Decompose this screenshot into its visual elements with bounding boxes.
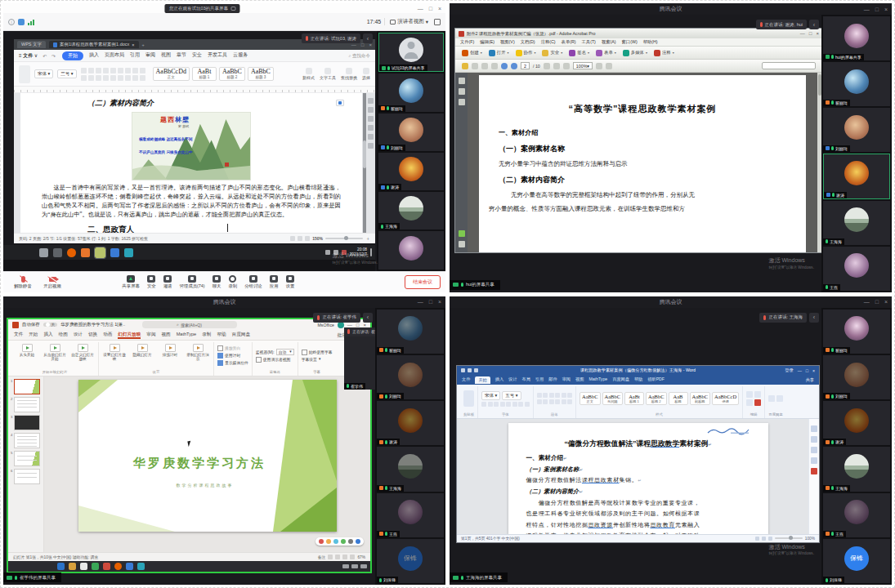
file-menu[interactable]: ≡ 文件 ∨ [19, 52, 38, 60]
shield-button[interactable]: 安全 [147, 275, 156, 289]
ribbon-tab[interactable]: 审阅 [562, 376, 571, 384]
ribbon-tab[interactable]: 切换 [88, 332, 97, 339]
participant-tile[interactable]: 刘丽琦 [377, 355, 444, 399]
current-slide[interactable]: 华罗庚数学学习方法 数学分析课程思政故事 [78, 380, 337, 532]
menu-item[interactable]: 视图(V) [500, 39, 515, 45]
ribbon-tab[interactable]: 引用 [535, 376, 544, 384]
tool-button[interactable]: 新样式 [302, 68, 315, 80]
zoom-in-icon[interactable] [563, 63, 570, 69]
view-icon[interactable] [755, 537, 759, 541]
style-chip[interactable]: AaBbC标题 2 [646, 392, 667, 405]
share-tool-icon[interactable] [341, 539, 346, 544]
foxit-icon[interactable] [811, 468, 817, 474]
style-chip[interactable]: AaBbCcD强调 [712, 392, 739, 405]
fullscreen-icon[interactable] [606, 63, 612, 69]
share-tool-icon[interactable] [319, 539, 324, 544]
taskbar-app-icon[interactable] [92, 563, 99, 570]
tray-icon[interactable] [325, 250, 330, 255]
mic-off-button[interactable]: 解除静音 [8, 275, 38, 289]
participant-tile[interactable]: 刘丽琦 [823, 108, 890, 152]
pdf-page[interactable]: “高等数学”课程思政教学素材案例 一、素材介绍 （一）案例素材名称 无穷小量学习… [479, 75, 806, 252]
ribbon-tab[interactable]: 开始 [29, 332, 38, 339]
info-icon[interactable]: i [8, 19, 15, 25]
paste-button[interactable] [463, 390, 474, 407]
open-icon[interactable] [462, 63, 468, 69]
tool-button[interactable]: 文字工具 [320, 68, 336, 80]
view-icon[interactable] [305, 236, 310, 241]
find-command[interactable]: ⌕ 查找命令 [348, 53, 370, 59]
ribbon-tab[interactable]: 设计 [508, 376, 517, 384]
view-icon[interactable] [290, 236, 295, 241]
mail-icon[interactable] [491, 63, 498, 69]
shield-icon[interactable] [18, 19, 25, 25]
set-button[interactable]: 排练计时 [158, 342, 182, 357]
maximize-button[interactable]: □ [806, 368, 808, 373]
undo-icon[interactable] [468, 368, 472, 372]
taskbar-app-icon[interactable] [80, 563, 87, 570]
editing-buttons[interactable] [746, 391, 761, 406]
notes-button[interactable]: 备注 [318, 555, 326, 559]
prev-page-icon[interactable] [501, 63, 508, 69]
slide-thumbnail[interactable]: 2 [11, 397, 42, 412]
comment-marker[interactable] [336, 100, 344, 106]
menu-item[interactable]: 文件(F) [460, 39, 474, 45]
chat-button[interactable]: 聊天 [213, 275, 222, 289]
maximize-button[interactable]: □ [429, 6, 432, 11]
participant-tile[interactable]: 翟丽琦 [378, 74, 444, 111]
style-chip[interactable]: AaBbCcDd正文 [153, 67, 190, 82]
checkbox-presenter-view[interactable]: 使用演示者视图 [256, 357, 294, 363]
checkbox-show-media-controls[interactable]: 显示媒体控件 [217, 360, 248, 366]
ribbon-tab[interactable]: 页面布局 [105, 51, 124, 60]
menu-item[interactable]: 帮助(H) [643, 39, 658, 45]
close-button[interactable]: × [884, 299, 888, 305]
minimize-button[interactable]: — [418, 6, 423, 11]
ribbon-tab[interactable]: MathType [177, 332, 197, 339]
font-select[interactable]: 宋体 ▾ [34, 69, 53, 78]
collapse-sidebar-button[interactable]: ‹ [809, 20, 819, 29]
meeting-app-icon[interactable] [95, 247, 105, 258]
share-tool-icon[interactable] [326, 539, 331, 544]
font-size-select[interactable]: 五号 ▾ [502, 391, 521, 400]
scrollbar[interactable] [363, 93, 366, 233]
start-icon[interactable] [39, 248, 48, 257]
view-icon[interactable] [768, 537, 772, 541]
monitor-select[interactable]: 自动 ▾ [276, 349, 294, 355]
style-chip[interactable]: AaBbC正文 [580, 392, 601, 405]
participant-tile[interactable]: 王海海 [378, 192, 444, 229]
participant-tile[interactable]: 保锋刘保锋 [377, 539, 444, 583]
slide-thumbnail[interactable]: 3 [11, 415, 42, 430]
ribbon-tab[interactable]: 帮助 [217, 332, 226, 339]
autosave-toggle[interactable]: 关 [43, 323, 58, 327]
ribbon-tab[interactable]: 视图 [161, 332, 170, 339]
play-button[interactable]: 从当前幻灯片开始 [43, 342, 67, 362]
minimize-button[interactable]: — [864, 7, 870, 12]
firefox-icon[interactable] [67, 248, 76, 257]
ribbon-tab[interactable]: 云服务 [233, 51, 248, 60]
collapse-sidebar-button[interactable]: ‹ [363, 33, 373, 43]
close-button[interactable]: × [812, 368, 815, 373]
document-page[interactable]: （二）素材内容简介 题西林壁 宋·苏轼 横看成岭侧成峰 远 [20, 93, 362, 233]
invite-button[interactable]: 邀请 [163, 275, 172, 289]
font-size-select[interactable]: 三号 ▾ [57, 69, 76, 78]
ribbon-tab[interactable]: 福昕PDF [647, 376, 665, 384]
taskbar-app-icon[interactable] [103, 563, 110, 570]
close-button[interactable]: × [884, 7, 888, 12]
zoom-slider[interactable] [775, 537, 803, 539]
view-icon[interactable] [335, 555, 340, 559]
maximize-button[interactable]: □ [429, 299, 432, 305]
set-button[interactable]: 设置幻灯片放映 [102, 342, 127, 362]
ribbon-tab[interactable]: 插入 [495, 376, 503, 384]
ribbon-tab[interactable]: 插入 [89, 51, 99, 60]
c4-button[interactable]: 安全 [542, 50, 562, 56]
hand-tool-icon[interactable] [544, 63, 550, 69]
participant-tile[interactable]: 谢涛 [823, 154, 890, 199]
monitor-icon[interactable] [230, 7, 235, 11]
format-buttons[interactable] [81, 68, 145, 81]
participant-tile[interactable]: 谢涛 [823, 401, 890, 445]
participant-tile[interactable] [378, 231, 444, 269]
wps-document-tab[interactable]: 案例1课程思政教学素材案例1.docx× [49, 41, 138, 48]
ribbon-tab[interactable]: 文件 [462, 376, 470, 384]
ribbon-tab[interactable]: 文件 [14, 332, 23, 339]
zoom-slider[interactable] [325, 238, 363, 239]
maximize-button[interactable]: □ [875, 7, 879, 12]
